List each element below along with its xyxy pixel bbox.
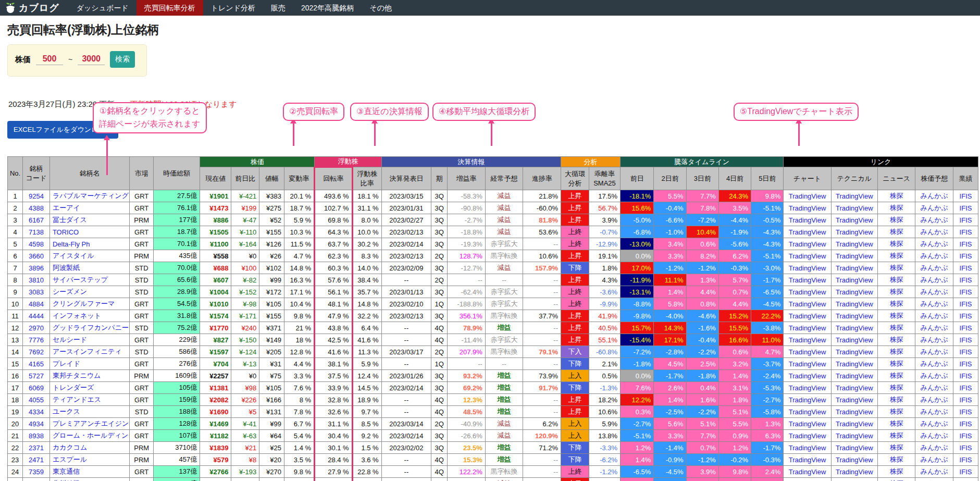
performance-link-ifis[interactable]: IFIS	[953, 262, 978, 274]
performance-link-ifis[interactable]: IFIS	[953, 454, 978, 466]
performance-link-ifis[interactable]: IFIS	[953, 274, 978, 286]
performance-link-ifis[interactable]: IFIS	[953, 358, 978, 370]
stock-name-link[interactable]: クリングルファーマ	[49, 298, 130, 310]
forecast-link-minkabu[interactable]: みんかぶ	[915, 238, 953, 250]
chart-link-tradingview[interactable]: TradingView	[784, 202, 831, 214]
performance-link-ifis[interactable]: IFIS	[953, 250, 978, 262]
stock-code-link[interactable]: 3083	[23, 286, 50, 298]
forecast-link-minkabu[interactable]: みんかぶ	[915, 394, 953, 406]
nav-item-2[interactable]: トレンド分析	[203, 0, 263, 16]
price-max-input[interactable]: 3000	[78, 54, 105, 65]
chart-link-tradingview[interactable]: TradingView	[784, 250, 831, 262]
news-link-kabutan[interactable]: 株探	[877, 334, 915, 346]
stock-name-link[interactable]: アースインフィニティ	[49, 346, 130, 358]
forecast-link-minkabu[interactable]: みんかぶ	[915, 214, 953, 226]
performance-link-ifis[interactable]: IFIS	[953, 190, 978, 202]
nav-item-1[interactable]: 売買回転率分析	[137, 0, 203, 16]
technical-link-tradingview[interactable]: TradingView	[831, 322, 877, 334]
forecast-link-minkabu[interactable]: みんかぶ	[915, 442, 953, 454]
technical-link-tradingview[interactable]: TradingView	[831, 202, 877, 214]
stock-name-link[interactable]: 北川精機	[49, 478, 130, 481]
stock-code-link[interactable]: 6069	[23, 382, 50, 394]
technical-link-tradingview[interactable]: TradingView	[831, 190, 877, 202]
technical-link-tradingview[interactable]: TradingView	[831, 430, 877, 442]
technical-link-tradingview[interactable]: TradingView	[831, 466, 877, 478]
stock-code-link[interactable]: 7692	[23, 346, 50, 358]
forecast-link-minkabu[interactable]: みんかぶ	[915, 454, 953, 466]
stock-code-link[interactable]: 4884	[23, 298, 50, 310]
chart-link-tradingview[interactable]: TradingView	[784, 442, 831, 454]
performance-link-ifis[interactable]: IFIS	[953, 202, 978, 214]
technical-link-tradingview[interactable]: TradingView	[831, 394, 877, 406]
performance-link-ifis[interactable]: IFIS	[953, 286, 978, 298]
stock-name-link[interactable]: インフォネット	[49, 310, 130, 322]
performance-link-ifis[interactable]: IFIS	[953, 226, 978, 238]
technical-link-tradingview[interactable]: TradingView	[831, 262, 877, 274]
stock-code-link[interactable]: 4934	[23, 418, 50, 430]
technical-link-tradingview[interactable]: TradingView	[831, 310, 877, 322]
nav-item-5[interactable]: その他	[362, 0, 400, 16]
technical-link-tradingview[interactable]: TradingView	[831, 334, 877, 346]
chart-link-tradingview[interactable]: TradingView	[784, 190, 831, 202]
performance-link-ifis[interactable]: IFIS	[953, 346, 978, 358]
stock-name-link[interactable]: シーズメン	[49, 286, 130, 298]
stock-code-link[interactable]: 4055	[23, 394, 50, 406]
technical-link-tradingview[interactable]: TradingView	[831, 442, 877, 454]
chart-link-tradingview[interactable]: TradingView	[784, 334, 831, 346]
performance-link-ifis[interactable]: IFIS	[953, 442, 978, 454]
performance-link-ifis[interactable]: IFIS	[953, 382, 978, 394]
news-link-kabutan[interactable]: 株探	[877, 430, 915, 442]
technical-link-tradingview[interactable]: TradingView	[831, 346, 877, 358]
news-link-kabutan[interactable]: 株探	[877, 382, 915, 394]
chart-link-tradingview[interactable]: TradingView	[784, 478, 831, 481]
chart-link-tradingview[interactable]: TradingView	[784, 358, 831, 370]
chart-link-tradingview[interactable]: TradingView	[784, 226, 831, 238]
forecast-link-minkabu[interactable]: みんかぶ	[915, 274, 953, 286]
stock-name-link[interactable]: ラバブルマーケティンググ	[49, 190, 130, 202]
stock-code-link[interactable]: 7359	[23, 466, 50, 478]
price-min-input[interactable]: 500	[36, 54, 63, 65]
stock-name-link[interactable]: プレミアアンチエイジング	[49, 418, 130, 430]
stock-name-link[interactable]: グローム・ホールディング	[49, 430, 130, 442]
forecast-link-minkabu[interactable]: みんかぶ	[915, 190, 953, 202]
forecast-link-minkabu[interactable]: みんかぶ	[915, 478, 953, 481]
technical-link-tradingview[interactable]: TradingView	[831, 370, 877, 382]
stock-code-link[interactable]: 6327	[23, 478, 50, 481]
stock-code-link[interactable]: 4388	[23, 202, 50, 214]
stock-name-link[interactable]: サイバーステップ	[49, 274, 130, 286]
performance-link-ifis[interactable]: IFIS	[953, 334, 978, 346]
stock-name-link[interactable]: プレイド	[49, 358, 130, 370]
technical-link-tradingview[interactable]: TradingView	[831, 226, 877, 238]
nav-item-0[interactable]: ダッシュボード	[69, 0, 137, 16]
chart-link-tradingview[interactable]: TradingView	[784, 346, 831, 358]
news-link-kabutan[interactable]: 株探	[877, 262, 915, 274]
stock-name-link[interactable]: カカクコム	[49, 442, 130, 454]
performance-link-ifis[interactable]: IFIS	[953, 406, 978, 418]
stock-name-link[interactable]: グッドライフカンパニー	[49, 322, 130, 334]
stock-code-link[interactable]: 3660	[23, 250, 50, 262]
stock-code-link[interactable]: 4444	[23, 310, 50, 322]
news-link-kabutan[interactable]: 株探	[877, 310, 915, 322]
news-link-kabutan[interactable]: 株探	[877, 454, 915, 466]
stock-name-link[interactable]: エーアイ	[49, 202, 130, 214]
technical-link-tradingview[interactable]: TradingView	[831, 214, 877, 226]
chart-link-tradingview[interactable]: TradingView	[784, 466, 831, 478]
news-link-kabutan[interactable]: 株探	[877, 238, 915, 250]
technical-link-tradingview[interactable]: TradingView	[831, 454, 877, 466]
forecast-link-minkabu[interactable]: みんかぶ	[915, 466, 953, 478]
news-link-kabutan[interactable]: 株探	[877, 190, 915, 202]
stock-code-link[interactable]: 4598	[23, 238, 50, 250]
stock-name-link[interactable]: Delta-Fly Ph	[49, 238, 130, 250]
technical-link-tradingview[interactable]: TradingView	[831, 478, 877, 481]
news-link-kabutan[interactable]: 株探	[877, 274, 915, 286]
news-link-kabutan[interactable]: 株探	[877, 442, 915, 454]
chart-link-tradingview[interactable]: TradingView	[784, 418, 831, 430]
forecast-link-minkabu[interactable]: みんかぶ	[915, 346, 953, 358]
performance-link-ifis[interactable]: IFIS	[953, 394, 978, 406]
stock-name-link[interactable]: 東邦チタニウム	[49, 370, 130, 382]
nav-item-3[interactable]: 販売	[263, 0, 293, 16]
chart-link-tradingview[interactable]: TradingView	[784, 262, 831, 274]
chart-link-tradingview[interactable]: TradingView	[784, 238, 831, 250]
forecast-link-minkabu[interactable]: みんかぶ	[915, 202, 953, 214]
chart-link-tradingview[interactable]: TradingView	[784, 430, 831, 442]
